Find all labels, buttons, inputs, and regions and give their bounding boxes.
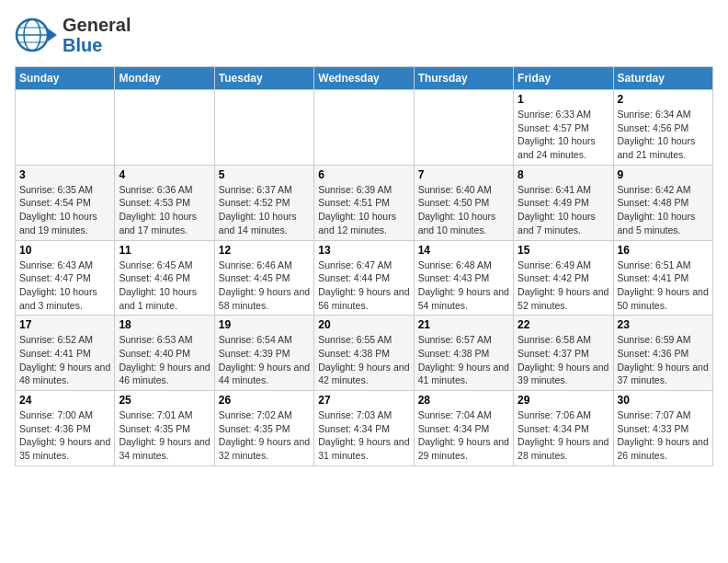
weekday-header-monday: Monday <box>115 67 214 90</box>
day-number: 16 <box>618 244 709 257</box>
calendar-cell: 17Sunrise: 6:52 AM Sunset: 4:41 PM Dayli… <box>16 316 115 391</box>
calendar-cell: 15Sunrise: 6:49 AM Sunset: 4:42 PM Dayli… <box>514 240 613 316</box>
day-info: Sunrise: 7:04 AM Sunset: 4:34 PM Dayligh… <box>418 408 509 463</box>
day-info: Sunrise: 6:45 AM Sunset: 4:46 PM Dayligh… <box>119 259 210 313</box>
calendar-cell: 8Sunrise: 6:41 AM Sunset: 4:49 PM Daylig… <box>514 165 613 240</box>
day-number: 21 <box>418 318 509 331</box>
day-info: Sunrise: 7:02 AM Sunset: 4:35 PM Dayligh… <box>219 408 310 463</box>
calendar-cell: 26Sunrise: 7:02 AM Sunset: 4:35 PM Dayli… <box>214 391 313 466</box>
day-number: 6 <box>318 168 409 181</box>
day-number: 2 <box>618 93 709 106</box>
calendar: SundayMondayTuesdayWednesdayThursdayFrid… <box>15 66 713 466</box>
day-number: 23 <box>618 318 709 331</box>
calendar-cell: 23Sunrise: 6:59 AM Sunset: 4:36 PM Dayli… <box>613 316 712 391</box>
calendar-cell: 19Sunrise: 6:54 AM Sunset: 4:39 PM Dayli… <box>214 316 313 391</box>
calendar-cell: 29Sunrise: 7:06 AM Sunset: 4:34 PM Dayli… <box>514 391 613 466</box>
day-number: 7 <box>418 168 509 181</box>
weekday-header-tuesday: Tuesday <box>214 67 313 90</box>
calendar-cell: 7Sunrise: 6:40 AM Sunset: 4:50 PM Daylig… <box>414 165 513 240</box>
weekday-header-saturday: Saturday <box>613 67 712 90</box>
day-number: 14 <box>418 244 509 257</box>
day-info: Sunrise: 6:41 AM Sunset: 4:49 PM Dayligh… <box>518 183 609 237</box>
day-info: Sunrise: 6:57 AM Sunset: 4:38 PM Dayligh… <box>418 333 509 387</box>
day-info: Sunrise: 6:42 AM Sunset: 4:48 PM Dayligh… <box>618 183 709 237</box>
day-info: Sunrise: 6:35 AM Sunset: 4:54 PM Dayligh… <box>19 183 110 237</box>
day-number: 19 <box>219 318 310 331</box>
calendar-cell: 30Sunrise: 7:07 AM Sunset: 4:33 PM Dayli… <box>613 391 712 466</box>
day-info: Sunrise: 6:33 AM Sunset: 4:57 PM Dayligh… <box>518 108 609 162</box>
day-number: 26 <box>219 394 310 407</box>
day-info: Sunrise: 6:59 AM Sunset: 4:36 PM Dayligh… <box>618 333 709 387</box>
weekday-header-friday: Friday <box>514 67 613 90</box>
day-number: 28 <box>418 394 509 407</box>
day-number: 4 <box>119 168 210 181</box>
day-number: 5 <box>219 168 310 181</box>
calendar-cell: 25Sunrise: 7:01 AM Sunset: 4:35 PM Dayli… <box>115 391 214 466</box>
day-info: Sunrise: 6:49 AM Sunset: 4:42 PM Dayligh… <box>518 259 609 313</box>
day-number: 22 <box>518 318 609 331</box>
day-number: 30 <box>618 394 709 407</box>
calendar-cell <box>214 90 313 166</box>
calendar-cell: 28Sunrise: 7:04 AM Sunset: 4:34 PM Dayli… <box>414 391 513 466</box>
day-info: Sunrise: 6:47 AM Sunset: 4:44 PM Dayligh… <box>318 259 409 313</box>
calendar-cell: 1Sunrise: 6:33 AM Sunset: 4:57 PM Daylig… <box>514 90 613 166</box>
day-info: Sunrise: 6:34 AM Sunset: 4:56 PM Dayligh… <box>618 108 709 162</box>
day-number: 24 <box>19 394 110 407</box>
calendar-cell: 27Sunrise: 7:03 AM Sunset: 4:34 PM Dayli… <box>314 391 414 466</box>
day-info: Sunrise: 6:37 AM Sunset: 4:52 PM Dayligh… <box>219 183 310 237</box>
calendar-cell <box>16 90 115 166</box>
calendar-cell: 2Sunrise: 6:34 AM Sunset: 4:56 PM Daylig… <box>613 90 712 166</box>
day-number: 8 <box>518 168 609 181</box>
calendar-cell: 12Sunrise: 6:46 AM Sunset: 4:45 PM Dayli… <box>214 240 313 316</box>
calendar-cell: 24Sunrise: 7:00 AM Sunset: 4:36 PM Dayli… <box>16 391 115 466</box>
calendar-cell: 21Sunrise: 6:57 AM Sunset: 4:38 PM Dayli… <box>414 316 513 391</box>
calendar-cell: 6Sunrise: 6:39 AM Sunset: 4:51 PM Daylig… <box>314 165 414 240</box>
calendar-cell: 9Sunrise: 6:42 AM Sunset: 4:48 PM Daylig… <box>613 165 712 240</box>
day-info: Sunrise: 6:48 AM Sunset: 4:43 PM Dayligh… <box>418 259 509 313</box>
calendar-cell: 18Sunrise: 6:53 AM Sunset: 4:40 PM Dayli… <box>115 316 214 391</box>
header: General Blue <box>15 15 713 55</box>
weekday-header-wednesday: Wednesday <box>314 67 414 90</box>
calendar-cell: 4Sunrise: 6:36 AM Sunset: 4:53 PM Daylig… <box>115 165 214 240</box>
day-number: 9 <box>618 168 709 181</box>
calendar-cell: 10Sunrise: 6:43 AM Sunset: 4:47 PM Dayli… <box>16 240 115 316</box>
calendar-cell: 20Sunrise: 6:55 AM Sunset: 4:38 PM Dayli… <box>314 316 414 391</box>
calendar-cell: 16Sunrise: 6:51 AM Sunset: 4:41 PM Dayli… <box>613 240 712 316</box>
day-info: Sunrise: 6:40 AM Sunset: 4:50 PM Dayligh… <box>418 183 509 237</box>
day-number: 12 <box>219 244 310 257</box>
day-number: 1 <box>518 93 609 106</box>
weekday-header-sunday: Sunday <box>16 67 115 90</box>
logo: General Blue <box>15 15 131 55</box>
day-number: 20 <box>318 318 409 331</box>
calendar-cell: 13Sunrise: 6:47 AM Sunset: 4:44 PM Dayli… <box>314 240 414 316</box>
day-number: 15 <box>518 244 609 257</box>
day-info: Sunrise: 6:46 AM Sunset: 4:45 PM Dayligh… <box>219 259 310 313</box>
day-info: Sunrise: 6:58 AM Sunset: 4:37 PM Dayligh… <box>518 333 609 387</box>
day-number: 3 <box>19 168 110 181</box>
calendar-cell: 14Sunrise: 6:48 AM Sunset: 4:43 PM Dayli… <box>414 240 513 316</box>
day-info: Sunrise: 6:51 AM Sunset: 4:41 PM Dayligh… <box>618 259 709 313</box>
day-number: 17 <box>19 318 110 331</box>
day-info: Sunrise: 7:01 AM Sunset: 4:35 PM Dayligh… <box>119 408 210 463</box>
day-number: 27 <box>318 394 409 407</box>
day-info: Sunrise: 7:00 AM Sunset: 4:36 PM Dayligh… <box>19 408 110 463</box>
day-info: Sunrise: 6:36 AM Sunset: 4:53 PM Dayligh… <box>119 183 210 237</box>
day-number: 29 <box>518 394 609 407</box>
calendar-cell <box>414 90 513 166</box>
day-info: Sunrise: 6:43 AM Sunset: 4:47 PM Dayligh… <box>19 259 110 313</box>
day-info: Sunrise: 6:54 AM Sunset: 4:39 PM Dayligh… <box>219 333 310 387</box>
day-info: Sunrise: 6:39 AM Sunset: 4:51 PM Dayligh… <box>318 183 409 237</box>
day-number: 11 <box>119 244 210 257</box>
day-info: Sunrise: 7:06 AM Sunset: 4:34 PM Dayligh… <box>518 408 609 463</box>
calendar-cell: 3Sunrise: 6:35 AM Sunset: 4:54 PM Daylig… <box>16 165 115 240</box>
calendar-cell <box>115 90 214 166</box>
calendar-cell: 5Sunrise: 6:37 AM Sunset: 4:52 PM Daylig… <box>214 165 313 240</box>
calendar-cell <box>314 90 414 166</box>
calendar-cell: 22Sunrise: 6:58 AM Sunset: 4:37 PM Dayli… <box>514 316 613 391</box>
day-info: Sunrise: 7:03 AM Sunset: 4:34 PM Dayligh… <box>318 408 409 463</box>
calendar-cell: 11Sunrise: 6:45 AM Sunset: 4:46 PM Dayli… <box>115 240 214 316</box>
day-number: 10 <box>19 244 110 257</box>
day-number: 13 <box>318 244 409 257</box>
day-number: 25 <box>119 394 210 407</box>
day-info: Sunrise: 6:53 AM Sunset: 4:40 PM Dayligh… <box>119 333 210 387</box>
